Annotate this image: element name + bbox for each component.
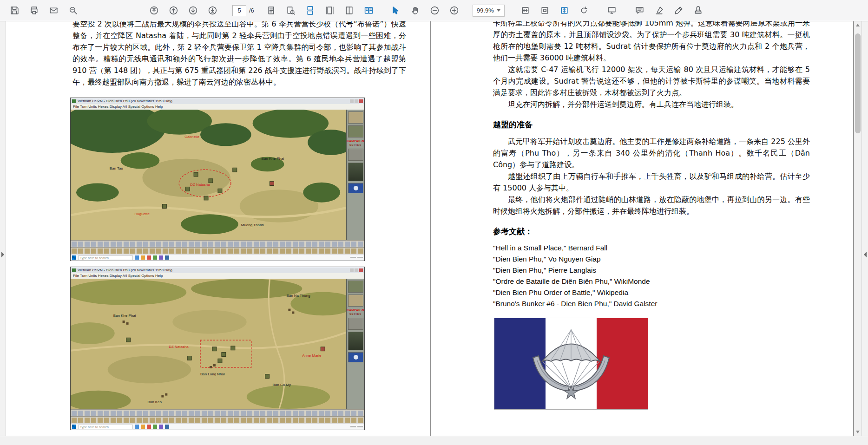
reference-item: "Dien Bien Phu Order of Battle," Wikiped… [493, 287, 810, 298]
reference-item: "Hell in a Small Place," Bernard Fall [493, 242, 810, 254]
map-label: DZ Natasha [190, 183, 210, 187]
marquee-zoom-button[interactable] [65, 3, 81, 19]
game-map: Ban Khe Phai Ban Na Thong DZ Natasha Ann… [71, 279, 346, 409]
para-emblem-thumbnail [348, 183, 363, 193]
map-label: Ban Khe Phai [113, 314, 136, 318]
save-button[interactable] [7, 3, 22, 19]
file-tools-group [7, 3, 81, 19]
highlight-button[interactable] [651, 3, 667, 19]
expand-right-panel-button[interactable] [864, 252, 867, 257]
fit-page-icon [559, 6, 569, 15]
logo-line-2: SERIES [347, 312, 364, 316]
sign-button[interactable] [671, 3, 687, 19]
map-label: Ban Na Thong [286, 294, 310, 298]
comment-button[interactable] [632, 3, 648, 19]
app-icon [135, 425, 139, 429]
ink-pen-icon [674, 6, 684, 15]
continuous-pages-icon [305, 6, 315, 15]
windows-taskbar: Type here to search [71, 254, 364, 261]
expand-left-panel-button[interactable] [1, 252, 4, 257]
right-panel-strip [861, 21, 868, 436]
email-icon [49, 6, 59, 15]
fit-height-view-button[interactable] [322, 3, 338, 19]
hand-tool-button[interactable] [408, 3, 423, 19]
unit-thumbnail [348, 281, 363, 293]
app-icon [159, 255, 163, 260]
vertical-scrollbar[interactable] [854, 21, 861, 436]
app-icon [147, 255, 151, 260]
heading-references: 参考文献： [493, 226, 810, 237]
next-page-icon [188, 6, 198, 15]
page-indicator: /6 [232, 5, 254, 16]
page-zoom-view-button[interactable] [283, 3, 299, 19]
scroll-down-arrow-icon[interactable] [856, 431, 860, 433]
continuous-scroll-button[interactable] [302, 3, 318, 19]
hand-icon [410, 6, 420, 15]
map-label: Ban Long Nhai [200, 372, 225, 376]
print-button[interactable] [26, 3, 42, 19]
maximize-icon [355, 268, 358, 272]
stamp-icon [693, 6, 703, 15]
game-sidebar: CAMPAIGN SERIES [346, 110, 364, 240]
game-window-titlebar: Vietnam CSVN - Dien Bien Phu (20 Novembe… [71, 267, 364, 273]
zoom-out-button[interactable] [427, 3, 443, 19]
game-toolbar-row-1 [71, 409, 364, 416]
viewer-toolbar: /6 [0, 0, 868, 21]
zoom-out-icon [430, 6, 440, 15]
split-page-icon [344, 6, 354, 15]
horizontal-scrollbar[interactable] [0, 436, 868, 445]
taskbar-search-box: Type here to search [78, 425, 133, 429]
scroll-up-arrow-icon[interactable] [856, 24, 860, 26]
pdf-page-5: 要空投 2 次以便将二战后最大规模的伞兵投送至山谷中。第 6 伞兵营营长少校（代… [6, 21, 430, 436]
campaign-series-logo: CAMPAIGN SERIES [347, 308, 364, 316]
game-window-title: Vietnam CSVN - Dien Bien Phu (20 Novembe… [78, 268, 348, 272]
rotate-view-button[interactable] [576, 3, 592, 19]
cursor-arrow-icon [391, 6, 401, 15]
game-toolbar-row-2 [71, 416, 364, 423]
game-window-titlebar: Vietnam CSVN - Dien Bien Phu (20 Novembe… [71, 98, 364, 104]
taskbar-search-box: Type here to search [78, 255, 133, 260]
zoom-in-button[interactable] [447, 3, 462, 19]
app-icon [153, 425, 157, 429]
taskbar-tray [350, 426, 363, 427]
page-number-input[interactable] [232, 5, 246, 16]
zoom-level-dropdown[interactable]: 99.9% [473, 5, 505, 17]
window-controls [350, 99, 363, 103]
fit-width-icon [520, 6, 530, 15]
logo-line-2: SERIES [347, 143, 364, 147]
windows-start-icon [72, 255, 76, 260]
select-tool-button[interactable] [388, 3, 404, 19]
chevron-down-icon [497, 9, 500, 12]
para-emblem-thumbnail [348, 352, 363, 362]
paragraph-supply: 越盟还组织了由上万辆自行车和手推车，上千头牲畜，以及驴和马组成的补给营。估计至少… [493, 170, 810, 194]
map-label: Anne-Marie [302, 353, 322, 358]
email-button[interactable] [46, 3, 61, 19]
comment-bubble-icon [635, 6, 644, 15]
last-page-button[interactable] [204, 3, 220, 19]
presentation-button[interactable] [604, 3, 620, 19]
app-icon [159, 425, 163, 429]
previous-page-button[interactable] [165, 3, 181, 19]
french-para-badge-image [494, 318, 648, 410]
zoom-level-value: 99.9% [477, 7, 494, 14]
view-mode-group [263, 3, 377, 19]
facing-pages-button[interactable] [361, 3, 377, 19]
fit-width-button[interactable] [518, 3, 533, 19]
fit-page-button[interactable] [557, 3, 572, 19]
page-nav-group: /6 [146, 3, 254, 19]
actual-size-button[interactable] [537, 3, 553, 19]
first-page-button[interactable] [146, 3, 162, 19]
vertical-scrollbar-thumb[interactable] [855, 33, 861, 133]
game-app-icon [72, 99, 76, 103]
next-page-button[interactable] [185, 3, 201, 19]
heading-vietminh-preparations: 越盟的准备 [493, 119, 810, 130]
page-magnifier-icon [286, 6, 296, 15]
highlighter-pen-icon [654, 6, 664, 15]
app-icon [165, 425, 169, 429]
stamp-button[interactable] [690, 3, 706, 19]
single-page-view-button[interactable] [263, 3, 279, 19]
reference-item: "Dien Bien Phu," Vo Nguyen Giap [493, 254, 810, 265]
map-label: Ban Tau [110, 166, 123, 170]
split-view-button[interactable] [342, 3, 357, 19]
unit-thumbnail [348, 111, 363, 124]
